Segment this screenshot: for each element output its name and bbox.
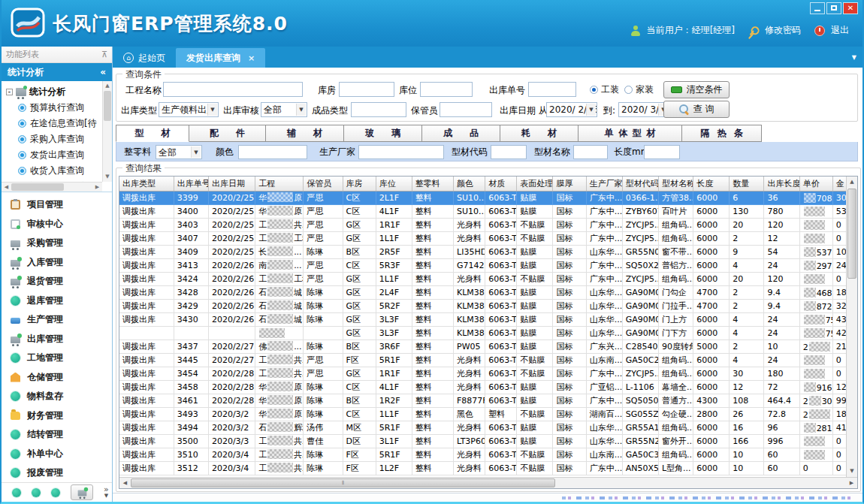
location-input[interactable] [420,82,473,97]
table-vertical-scrollbar[interactable]: ▲ ▼ [846,177,857,477]
table-row[interactable]: 调拨出库34452020/2/27工共工程严思F区5R1F整料光身料6063-T… [119,354,853,367]
column-header[interactable]: 库房 [343,177,376,192]
column-header[interactable]: 库位 [376,177,412,192]
maximize-button[interactable] [826,2,841,14]
table-row[interactable]: 调拨出库33992020/2/25华原...严思C区2L1F整料SU10...6… [119,192,853,205]
column-header[interactable]: 膜厚 [553,177,586,192]
factory-input[interactable] [358,145,444,159]
tree-expander-icon[interactable]: - [6,89,13,95]
tree-horizontal-scrollbar[interactable]: ◀ ▶ [2,182,102,192]
column-header[interactable]: 型材名称 [658,177,693,192]
radio-jiazhuang[interactable]: 家装 [624,83,654,96]
change-password-link[interactable]: 修改密码 [765,24,801,37]
tab-shipping-outbound-query[interactable]: 发货出库查询 × [176,48,265,68]
scroll-down-icon[interactable]: ▼ [847,466,857,477]
material-tab-辅材[interactable]: 辅材 [266,125,344,142]
table-row[interactable]: 调拨出库34002020/2/25华原...严思C区4L1F整料SU10...6… [119,205,853,219]
sidebar-module-生产管理[interactable]: 生产管理 [2,310,112,330]
module-dot-icon[interactable] [51,488,60,497]
column-header[interactable]: 型材代码 [622,177,658,192]
search-button[interactable]: 查 询 [663,101,730,118]
sidebar-overflow-button[interactable]: »▼ [104,486,109,499]
zhengling-select[interactable]: 全部▼ [156,145,202,159]
column-header[interactable]: 整零料 [412,177,453,192]
sidebar-module-入库管理[interactable]: 入库管理 [2,252,112,272]
column-header[interactable]: 数量 [730,177,764,192]
sidebar-module-退库管理[interactable]: 退库管理 [2,291,112,310]
pin-icon[interactable]: ⊼ [101,47,107,63]
scroll-right-icon[interactable]: ▶ [92,184,102,190]
scroll-down-icon[interactable]: ▼ [103,172,112,182]
profile-code-input[interactable] [491,145,527,159]
scroll-up-icon[interactable]: ▲ [847,177,857,188]
table-row[interactable]: 调拨出库34542020/2/28工共工程严思G区1R1F整料光身料6063-T… [119,367,853,381]
length-input[interactable] [644,145,680,159]
column-header[interactable]: 工程 [255,177,304,192]
table-row[interactable]: 调拨出库34132020/2/26南...严思C区5R3F整料G71422606… [119,259,853,273]
column-header[interactable]: 颜色 [454,177,485,192]
tree-item[interactable]: 预算执行查询 [6,100,112,116]
sidebar-module-工地管理[interactable]: 工地管理 [2,349,112,368]
table-row[interactable]: 调拨出库34582020/2/28华原...陈琳C区4L1F整料光身料6063-… [119,381,853,394]
order-no-input[interactable] [528,82,576,97]
column-header[interactable]: 出库日期 [208,177,255,192]
column-header[interactable]: 保管员 [304,177,343,192]
table-row[interactable]: 调拨出库35122020/3/4工共工程陈琳F区1L2F整料光身料6063-T5… [119,462,853,475]
audit-select[interactable]: 全部▼ [261,102,307,117]
tree-root-stats[interactable]: - 统计分析 [6,84,112,100]
sidebar-module-物料盘存[interactable]: 物料盘存 [2,387,112,406]
material-tab-单体型材[interactable]: 单体型材 [579,125,682,142]
column-header[interactable]: 生产厂家 [586,177,622,192]
sidebar-module-采购管理[interactable]: 采购管理 [2,234,112,253]
warehouse-input[interactable] [339,82,394,97]
close-button[interactable]: ✕ [843,2,858,14]
module-dot-icon[interactable] [32,488,41,497]
column-header[interactable]: 材质 [485,177,517,192]
module-cart-button[interactable] [71,484,93,500]
scroll-left-icon[interactable]: ◀ [119,480,131,486]
minimize-button[interactable] [810,2,825,14]
product-type-input[interactable] [351,102,406,117]
material-tab-玻璃[interactable]: 玻璃 [344,125,422,142]
sidebar-module-结转管理[interactable]: 结转管理 [2,425,112,445]
material-tab-型材[interactable]: 型材 [116,125,189,142]
column-header[interactable]: 表面处理 [517,177,553,192]
sidebar-module-审核中心[interactable]: 审核中心 [2,214,112,234]
sidebar-module-补单中心[interactable]: 补单中心 [2,444,112,463]
table-horizontal-scrollbar[interactable]: ◀ ⦀ ▶ [119,477,857,488]
date-to-picker[interactable]: 2020/ 3/16▼ [618,102,669,117]
table-row[interactable]: 调拨出库34302020/2/26石城陈琳G区3L3F整料KLM38176063… [119,313,853,327]
project-name-input[interactable] [163,82,303,97]
tree-item[interactable]: 在途信息查询[待 [6,116,112,131]
date-from-picker[interactable]: 2020/ 2/16▼ [546,102,597,117]
sidebar-module-报废管理[interactable]: 报废管理 [2,463,112,483]
sidebar-module-财务管理[interactable]: 财务管理 [2,406,112,425]
sidebar-module-退货管理[interactable]: 退货管理 [2,272,112,291]
material-tab-成品[interactable]: 成品 [422,125,500,142]
column-header[interactable]: 单价 [799,177,832,192]
table-row[interactable]: 调拨出库34032020/2/25工共工程严思G区1R1F整料光身料6063-T… [119,219,853,232]
collapse-icon[interactable]: « [100,63,106,81]
tree-item[interactable]: 发货出库查询 [6,147,112,163]
table-row[interactable]: 调拨出库34932020/3/2华原...陈琳C区1L1F整料黑色塑料不贴膜国标… [119,408,853,421]
tree-vertical-scrollbar[interactable]: ▲ ▼ [102,81,112,182]
column-header[interactable]: 出库单号 [174,177,208,192]
tab-close-icon[interactable]: × [248,53,255,63]
table-row[interactable]: 调拨出库34612020/2/28华原...陈琳B区1R2F整料F8877FT6… [119,394,853,408]
table-row[interactable]: 调拨出库34072020/2/25工工程严思G区1L1F整料光身料6063-T5… [119,232,853,246]
tab-list-dropdown-icon[interactable]: ▼ [852,54,856,61]
table-row[interactable]: 调拨出库34372020/2/27佛...陈琳B区3R6F整料PW056063-… [119,340,853,354]
table-row[interactable]: G区3L3F整料KLM38176063-T5贴膜国标山东华...GA90M09.… [119,327,853,340]
sidebar-module-出库管理[interactable]: 出库管理 [2,329,112,349]
column-header[interactable]: 长度 [693,177,730,192]
sidebar-module-仓储管理[interactable]: 仓储管理 [2,367,112,387]
column-header[interactable]: 出库长度 [764,177,799,192]
scroll-up-icon[interactable]: ▲ [103,81,112,91]
material-tab-耗材[interactable]: 耗材 [500,125,579,142]
table-row[interactable]: 调拨出库34242020/2/26工工程严思G区1L1F整料光身料6063-T5… [119,273,853,286]
keeper-input[interactable] [440,102,492,117]
tree-item[interactable]: 收货入库查询 [6,163,112,179]
scrollbar-thumb[interactable]: ⦀ [131,478,555,487]
stats-panel-header[interactable]: 统计分析 « [2,63,112,81]
profile-name-input[interactable] [573,145,608,159]
